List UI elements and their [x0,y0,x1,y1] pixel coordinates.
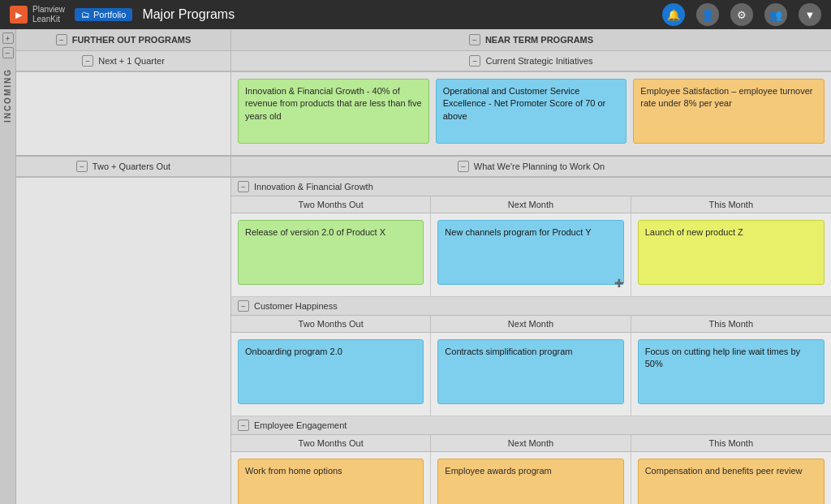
filter-icon: ▼ [805,9,816,21]
innovation-col-headers: Two Months Out Next Month This Month [231,196,831,213]
employee-this-month-cell: Compensation and benefits peer review [631,452,831,504]
logo-text: PlanviewLeanKit [32,5,65,24]
employee-section: − Employee Engagement Two Months Out Nex… [231,416,831,504]
card-work-from-home[interactable]: Work from home options [238,459,424,504]
customer-col-next-month: Next Month [431,316,631,332]
near-term-incoming-cell: Innovation & Financial Growth - 40% of r… [231,72,831,155]
employee-section-header: − Employee Engagement [231,416,831,435]
collapse-two-plus-button[interactable]: − [76,161,88,172]
customer-col-this-month: This Month [631,316,831,332]
person-icon: 👤 [701,9,714,21]
card-contracts[interactable]: Contracts simplification program [437,339,623,404]
further-out-incoming-cell [16,72,231,155]
csi-card-1: Innovation & Financial Growth - 40% of r… [238,79,429,149]
logo-icon: ▶ [10,6,28,24]
logo: ▶ PlanviewLeanKit [10,5,65,24]
customer-col-two-months: Two Months Out [231,316,431,332]
card-innovation-growth[interactable]: Innovation & Financial Growth - 40% of r… [238,79,429,144]
notifications-button[interactable]: 🔔 [662,3,685,26]
profile-button[interactable]: 👤 [696,3,719,26]
collapse-customer-button[interactable]: − [238,300,249,312]
employee-col-this-month: This Month [631,435,831,451]
next-plus-1-row: − Next + 1 Quarter − Current Strategic I… [16,51,831,72]
add-card-icon[interactable]: ✚ [614,277,624,290]
customer-next-month-cell: Contracts simplification program [431,333,631,416]
innovation-this-month-cell: Launch of new product Z [631,213,831,296]
collapse-button[interactable]: − [2,47,14,58]
innovation-next-month-cell: New channels program for Product Y ✚ [431,213,631,296]
innovation-col-two-months: Two Months Out [231,196,431,213]
customer-cards: Onboarding program 2.0 Contracts simplif… [231,333,831,416]
innovation-section: − Innovation & Financial Growth Two Mont… [231,178,831,297]
collapse-next1-button[interactable]: − [82,55,93,67]
employee-col-two-months: Two Months Out [231,435,431,451]
near-term-content: − Innovation & Financial Growth Two Mont… [231,178,831,504]
card-compensation[interactable]: Compensation and benefits peer review [638,459,825,504]
csi-cards-container: Innovation & Financial Growth - 40% of r… [231,72,831,155]
card-onboarding[interactable]: Onboarding program 2.0 [238,339,424,404]
collapse-employee-button[interactable]: − [238,420,249,431]
card-new-channels[interactable]: New channels program for Product Y [437,220,623,285]
filter-button[interactable]: ▼ [799,3,821,26]
csi-card-2: Operational and Customer Service Excelle… [436,79,627,149]
settings-button[interactable]: ⚙ [730,3,753,26]
csi-card-3: Employee Satisfaction – employee turnove… [633,79,825,149]
group-icon: 👥 [769,9,782,21]
employee-next-month-cell: Employee awards program [431,452,631,504]
employee-two-months-cell: Work from home options [231,452,431,504]
customer-section: − Customer Happiness Two Months Out Next… [231,297,831,416]
collapse-innovation-button[interactable]: − [238,181,249,192]
column-headers: − FURTHER OUT PROGRAMS − NEAR TERM PROGR… [16,29,831,51]
incoming-label: INCOMING [3,68,12,123]
card-release-product-x[interactable]: Release of version 2.0 of Product X [238,220,424,285]
collapse-csi-button[interactable]: − [469,55,480,67]
left-toolbar: + − INCOMING [0,29,16,504]
near-term-header: − NEAR TERM PROGRAMS [231,29,831,51]
further-out-content [16,178,231,504]
portfolio-tag[interactable]: 🗂 Portfolio [75,8,132,21]
innovation-two-months-cell: Release of version 2.0 of Product X [231,213,431,296]
collapse-near-button[interactable]: − [469,34,480,45]
collapse-planning-button[interactable]: − [458,161,469,172]
customer-two-months-cell: Onboarding program 2.0 [231,333,431,416]
further-out-header: − FURTHER OUT PROGRAMS [16,29,231,51]
collapse-further-button[interactable]: − [56,34,67,45]
bell-icon: 🔔 [667,9,680,21]
employee-col-headers: Two Months Out Next Month This Month [231,435,831,452]
add-row-button[interactable]: + [2,32,14,44]
employee-cards: Work from home options Employee awards p… [231,452,831,504]
app-header: ▶ PlanviewLeanKit 🗂 Portfolio Major Prog… [0,0,831,29]
customer-col-headers: Two Months Out Next Month This Month [231,316,831,333]
card-employee-awards[interactable]: Employee awards program [437,459,623,504]
innovation-section-header: − Innovation & Financial Growth [231,178,831,196]
portfolio-icon: 🗂 [81,10,90,19]
what-planning-label: − What We're Planning to Work On [231,157,831,177]
current-strategic-label: − Current Strategic Initiatives [231,51,831,71]
innovation-col-this-month: This Month [631,196,831,213]
gear-icon: ⚙ [737,9,747,21]
next-plus-1-label: − Next + 1 Quarter [16,51,231,71]
two-plus-content: − Innovation & Financial Growth Two Mont… [16,178,831,504]
main-container: + − INCOMING − FURTHER OUT PROGRAMS − NE… [0,29,831,504]
team-button[interactable]: 👥 [764,3,787,26]
two-plus-label: − Two + Quarters Out [16,157,231,177]
incoming-row: Innovation & Financial Growth - 40% of r… [16,72,831,157]
customer-section-header: − Customer Happiness [231,297,831,316]
card-employee-satisfaction[interactable]: Employee Satisfaction – employee turnove… [633,79,825,144]
two-plus-header-row: − Two + Quarters Out − What We're Planni… [16,157,831,178]
employee-col-next-month: Next Month [431,435,631,451]
innovation-cards: Release of version 2.0 of Product X New … [231,213,831,297]
innovation-col-next-month: Next Month [431,196,631,213]
board-area: − FURTHER OUT PROGRAMS − NEAR TERM PROGR… [16,29,831,504]
page-title: Major Programs [142,7,235,22]
card-help-line[interactable]: Focus on cutting help line wait times by… [638,339,825,404]
header-icons: 🔔 👤 ⚙ 👥 ▼ [662,3,821,26]
card-launch-product-z[interactable]: Launch of new product Z [638,220,825,285]
card-operational[interactable]: Operational and Customer Service Excelle… [436,79,627,144]
customer-this-month-cell: Focus on cutting help line wait times by… [631,333,831,416]
